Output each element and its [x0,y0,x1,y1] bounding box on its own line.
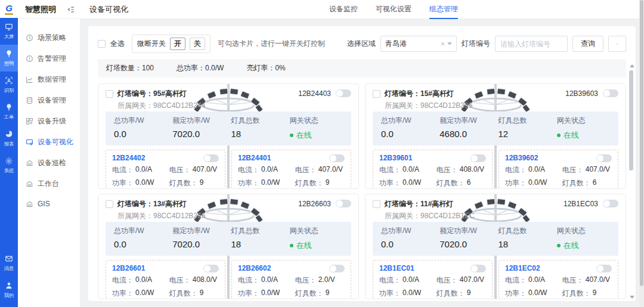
search-button[interactable]: 查询 [572,36,603,52]
rail-item-reports[interactable]: 报表 [0,125,18,152]
online-dot [290,134,293,137]
select-all-checkbox[interactable] [98,40,106,48]
lamp-total-value: 18 [231,129,289,139]
sidebar-item-scene-strategy[interactable]: 场景策略 [18,27,80,48]
clear-icon[interactable]: × [441,40,445,48]
sidebar-item-workbench[interactable]: 工作台 [18,173,80,194]
tower-metrics: 总功率/W0.0 额定功率/W7020.0 灯具总数18 网关状态在线 [106,222,351,256]
funnel-icon [617,41,618,48]
sub-device-toggle[interactable] [596,265,612,272]
switch-off-button[interactable]: 关 [190,38,205,50]
online-dot [557,244,561,247]
gateway-status-value: 在线 [564,130,579,141]
sub-device-card: 12B39601 电流：0.0/A 电压：408.0/V 功率：0.0/W 灯具… [373,150,493,189]
scrollbar-thumb[interactable] [629,70,633,170]
total-power-value: 0.0 [381,239,439,249]
page-scrollbar-thumb[interactable] [640,0,643,286]
gateway-id: 98CC4D12B244 [153,101,205,110]
sub-device-toggle[interactable] [203,265,219,272]
sub-device-card: 12B26601 电流：0.0/A 电压：408.0/V 功率：0.0/W 灯具… [106,260,225,299]
tower-toggle[interactable] [336,89,351,97]
region-select[interactable]: 青岛港 × [380,36,457,52]
sub-device-link[interactable]: 12B39601 [379,154,412,162]
tower-card: 灯塔编号：11#高杆灯 所属网关：98CC4D12B1EC 12B1EC03 总… [365,194,626,299]
sub-device-link[interactable]: 12B1EC02 [505,264,540,272]
rail-item-system[interactable]: 系统 [0,152,18,179]
sub-device-link[interactable]: 12B39602 [505,154,538,162]
tower-checkbox[interactable] [106,200,113,208]
tower-name: 11#高杆灯 [420,200,453,208]
sub-device-toggle[interactable] [470,154,486,162]
sub-device-link[interactable]: 12B26601 [112,264,145,272]
sub-device-card: 12B39602 电流：0.0/A 电压：407.0/V 功率：0.0/W 灯具… [499,150,618,189]
select-all-label: 全选 [110,39,125,49]
gateway-status-value: 在线 [296,240,312,251]
sub-device-link[interactable]: 12B24401 [238,154,271,162]
card-area-scrollbar[interactable] [628,64,634,299]
sidebar-item-device-upgrade[interactable]: 设备升级 [18,111,80,132]
sidebar-item-device-visualization[interactable]: 设备可视化 [18,132,80,153]
rail-item-messages[interactable]: 消息 [0,250,18,277]
sidebar-item-label: 数据管理 [38,75,66,85]
sidebar-item-label: 设备升级 [38,116,66,126]
mail-icon [5,255,13,263]
tower-name: 95#高杆灯 [153,89,187,98]
rated-power-value: 4680.0 [439,129,498,139]
tower-number-input[interactable] [495,36,568,52]
tab-configuration-mgmt[interactable]: 组态管理 [429,0,458,19]
sub-device-toggle[interactable] [329,265,345,272]
sub-device-toggle[interactable] [470,265,486,272]
tower-checkbox[interactable] [373,200,380,208]
main-header: 设备可视化 设备监控 可视化设置 组态管理 [80,0,644,19]
tower-checkbox[interactable] [106,90,113,98]
rail-item-label: 照明 [4,60,14,67]
sidebar-item-data-mgmt[interactable]: 数据管理 [18,69,80,90]
tab-visualization-settings[interactable]: 可视化设置 [376,0,411,19]
database-icon [26,97,33,104]
scroll-up-arrow-icon[interactable] [630,64,634,67]
sub-device-link[interactable]: 12B1EC01 [379,264,414,272]
sub-device-card: 12B1EC02 电流：0.0/A 电压：407.0/V 功率：0.0/W 灯具… [499,260,618,299]
sub-device-link[interactable]: 12B24402 [112,154,145,162]
tower-toggle[interactable] [603,89,618,97]
sidebar-item-device-mgmt[interactable]: 设备管理 [18,90,80,111]
app-title: 智慧照明 [25,4,56,15]
sidebar-item-label: 设备巡检 [38,158,66,168]
lamp-total-value: 18 [498,239,556,249]
page-scrollbar[interactable] [639,0,644,307]
app-logo[interactable]: G [0,0,18,18]
rail-item-label: 报表 [4,141,14,148]
rail-item-label: 识别 [4,87,14,94]
tower-toggle[interactable] [336,200,351,207]
sidebar-item-device-inspection[interactable]: 设备巡检 [18,153,80,173]
rail-item-profile[interactable]: 我的 [0,277,18,303]
gateway-id: 98CC4D12B1EC [420,212,475,220]
sub-device-row: 12B1EC01 电流：0.0/A 电压：407.0/V 功率：0.0/W 灯具… [373,260,618,299]
rail-item-screen[interactable]: 大屏 [0,18,18,45]
sub-device-card: 12B24401 电流：0.0/A 电压：407.0/V 功率：0.0/W 灯具… [231,150,351,189]
filter-button[interactable] [608,36,626,52]
sidebar-item-label: GIS [38,200,50,208]
page-title: 设备可视化 [89,4,128,15]
tower-toggle[interactable] [603,200,618,207]
tower-checkbox[interactable] [373,90,380,98]
tower-card-header: 灯塔编号：95#高杆灯 所属网关：98CC4D12B244 12B24403 [106,89,351,111]
toolbar: 全选 微断开关 开 关 可勾选卡片，进行一键开关灯控制 选择区域 青岛港 × 灯… [88,26,636,59]
tower-metrics: 总功率/W0.0 额定功率/W4680.0 灯具总数12 网关状态在线 [373,111,618,145]
sub-device-row: 12B39601 电流：0.0/A 电压：408.0/V 功率：0.0/W 灯具… [373,150,618,189]
sub-device-link[interactable]: 12B26602 [238,264,271,272]
sub-device-toggle[interactable] [329,154,345,162]
rail-item-lighting[interactable]: 照明 [0,45,18,72]
menu-fold-icon[interactable] [67,5,75,14]
sidebar-item-alarm-mgmt[interactable]: 告警管理 [18,48,80,69]
tower-card-titles: 灯塔编号：95#高杆灯 所属网关：98CC4D12B244 [117,89,205,111]
tab-device-monitor[interactable]: 设备监控 [329,0,358,19]
scroll-down-arrow-icon[interactable] [630,296,634,299]
sub-device-toggle[interactable] [203,154,219,162]
rail-item-workorder[interactable]: 工单 [0,98,18,125]
sidebar-item-gis[interactable]: GIS [18,194,80,213]
rail-item-recognition[interactable]: 识别 [0,72,18,98]
tower-card-header: 灯塔编号：13#高杆灯 所属网关：98CC4D12B266 12B26603 [106,199,351,222]
switch-on-button[interactable]: 开 [170,38,185,50]
sub-device-toggle[interactable] [596,154,612,162]
